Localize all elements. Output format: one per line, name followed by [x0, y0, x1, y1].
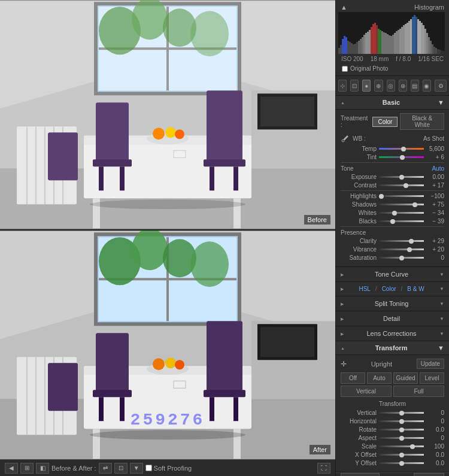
scale-slider[interactable]: [379, 445, 424, 447]
transform-panel-header[interactable]: Transform ▼: [336, 341, 449, 355]
ba-options-btn[interactable]: ▼: [130, 463, 143, 474]
svg-rect-66: [204, 390, 245, 397]
shadows-thumb[interactable]: [412, 202, 417, 207]
tone-label: Tone: [341, 165, 354, 172]
upright-off-btn[interactable]: Off: [341, 372, 365, 384]
y-offset-slider[interactable]: [379, 462, 424, 464]
hsl-sep2: /: [401, 286, 403, 292]
color-link[interactable]: Color: [382, 286, 396, 292]
tint-label: Tint: [341, 154, 377, 160]
tint-slider[interactable]: [379, 156, 424, 158]
soft-proofing-checkbox[interactable]: Soft Proofing: [145, 465, 192, 472]
y-offset-thumb[interactable]: [399, 461, 404, 466]
tool-move[interactable]: ⊹: [338, 80, 347, 92]
rotate-thumb[interactable]: [399, 428, 404, 432]
contrast-thumb[interactable]: [404, 183, 408, 188]
reset-btn[interactable]: Reset: [414, 473, 444, 476]
color-treatment-btn[interactable]: Color: [372, 117, 398, 127]
upright-level-btn[interactable]: Level: [420, 372, 444, 384]
shadows-slider[interactable]: [379, 204, 424, 205]
split-toning-panel-header[interactable]: Split Toning ▼: [336, 296, 449, 311]
prev-photo-btn[interactable]: ◀: [5, 463, 18, 474]
tool-gradient[interactable]: ▤: [411, 80, 419, 92]
clarity-row: Clarity + 29: [341, 238, 444, 244]
tool-radial[interactable]: ◉: [423, 80, 431, 92]
whites-slider[interactable]: [379, 212, 424, 214]
highlights-thumb[interactable]: [379, 194, 384, 199]
fullscreen-btn[interactable]: ⛶: [317, 463, 330, 474]
tone-curve-panel-header[interactable]: Tone Curve ▼: [336, 267, 449, 282]
tool-develop[interactable]: ●: [362, 80, 371, 92]
blacks-thumb[interactable]: [390, 219, 395, 224]
svg-rect-105: [383, 32, 385, 54]
transform-sliders: Vertical 0 Horizontal 0: [341, 410, 444, 466]
detail-panel-header[interactable]: Detail ▼: [336, 311, 449, 326]
room-before-svg: [0, 0, 335, 229]
svg-rect-127: [423, 25, 424, 54]
x-offset-thumb[interactable]: [399, 453, 404, 457]
zoom-btn[interactable]: ◧: [36, 463, 49, 474]
wb-eyedropper[interactable]: [341, 134, 350, 143]
upright-full-btn[interactable]: Full: [393, 386, 444, 397]
tool-redeye[interactable]: ◎: [387, 80, 395, 92]
previous-btn[interactable]: Previous: [341, 473, 380, 476]
wb-label: WB :: [353, 135, 366, 142]
ba-copy-btn[interactable]: ⊡: [114, 463, 128, 474]
temp-slider[interactable]: [379, 148, 424, 150]
grid-btn[interactable]: ⊞: [20, 463, 34, 474]
exposure-thumb[interactable]: [399, 175, 404, 180]
saturation-label: Saturation: [341, 254, 377, 261]
saturation-thumb[interactable]: [399, 256, 404, 260]
hsl-link[interactable]: HSL: [359, 286, 370, 292]
histogram-expand-icon[interactable]: ▲: [341, 4, 347, 11]
tool-clone[interactable]: ⊕: [374, 80, 383, 92]
rotate-slider[interactable]: [379, 429, 424, 430]
vertical-t-slider[interactable]: [379, 412, 424, 414]
upright-vertical-btn[interactable]: Vertical: [341, 386, 392, 397]
contrast-slider[interactable]: [379, 184, 424, 186]
highlights-slider[interactable]: [379, 195, 424, 197]
svg-rect-83: [344, 36, 345, 54]
svg-rect-108: [389, 35, 390, 54]
x-offset-slider[interactable]: [379, 454, 424, 456]
tool-brush[interactable]: ⊛: [399, 80, 407, 92]
bw-treatment-btn[interactable]: Black & White: [400, 113, 444, 130]
original-photo-checkbox[interactable]: [342, 66, 348, 72]
aspect-thumb[interactable]: [399, 436, 404, 441]
divider-1: [341, 162, 444, 163]
aspect-slider[interactable]: [379, 437, 424, 439]
svg-rect-94: [363, 35, 365, 54]
after-label: After: [310, 445, 330, 454]
hsl-panel-header[interactable]: HSL / Color / B & W ▼: [336, 282, 449, 296]
svg-rect-88: [353, 44, 354, 54]
vibrance-slider[interactable]: [379, 248, 424, 250]
tone-auto[interactable]: Auto: [432, 165, 444, 172]
temp-thumb[interactable]: [401, 147, 406, 151]
right-panel: ▲ Histogram: [335, 0, 449, 476]
clarity-slider[interactable]: [379, 240, 424, 242]
saturation-slider[interactable]: [379, 257, 424, 259]
upright-update-btn[interactable]: Update: [417, 359, 444, 369]
vertical-t-thumb[interactable]: [399, 411, 404, 416]
settings-icon[interactable]: ⚙: [435, 80, 447, 92]
soft-proofing-input[interactable]: [145, 465, 152, 471]
svg-rect-102: [378, 29, 380, 54]
exposure-label: Exposure: [341, 174, 377, 180]
clarity-thumb[interactable]: [409, 239, 414, 244]
upright-guided-btn[interactable]: Guided: [393, 372, 418, 384]
basic-panel-header[interactable]: Basic ▼: [336, 96, 449, 110]
exposure-slider[interactable]: [379, 176, 424, 178]
vibrance-thumb[interactable]: [407, 247, 412, 252]
tool-settings[interactable]: ⚙: [435, 80, 447, 92]
whites-thumb[interactable]: [392, 211, 397, 216]
upright-auto-btn[interactable]: Auto: [367, 372, 392, 384]
scale-thumb[interactable]: [410, 444, 415, 449]
lens-corrections-panel-header[interactable]: Lens Corrections ▼: [336, 326, 449, 341]
horizontal-t-slider[interactable]: [379, 420, 424, 422]
blacks-slider[interactable]: [379, 220, 424, 222]
bw-link[interactable]: B & W: [407, 286, 424, 292]
tool-crop[interactable]: ⊡: [350, 80, 359, 92]
horizontal-t-thumb[interactable]: [399, 419, 404, 424]
ba-swap-btn[interactable]: ⇄: [99, 463, 112, 474]
tint-thumb[interactable]: [400, 155, 405, 160]
